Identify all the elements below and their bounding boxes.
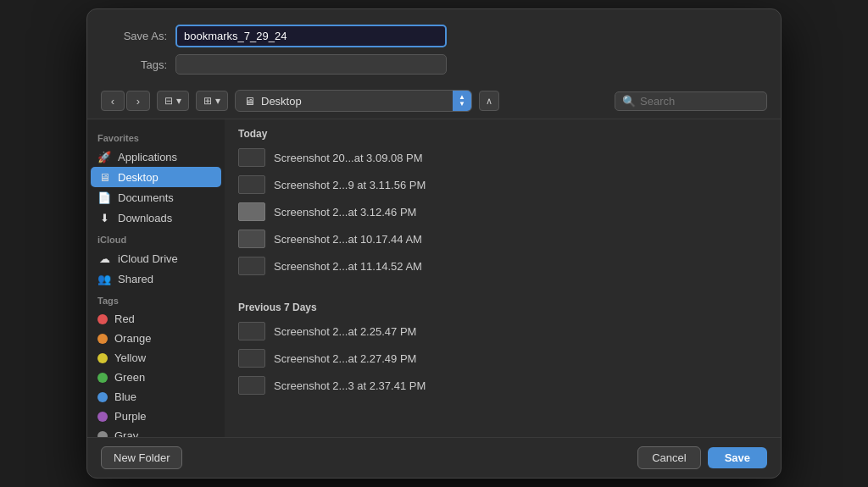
save-as-row: Save As: xyxy=(108,25,760,47)
sidebar-item-applications-label: Applications xyxy=(118,151,177,163)
sidebar-item-tag-red[interactable]: Red xyxy=(91,309,221,329)
list-item[interactable]: Screenshot 2...at 11.14.52 AM xyxy=(225,252,781,279)
green-tag-label: Green xyxy=(114,371,145,384)
red-tag-label: Red xyxy=(114,313,135,325)
location-down-arrow: ▼ xyxy=(459,101,465,108)
file-thumbnail xyxy=(238,322,265,340)
new-folder-button[interactable]: New Folder xyxy=(101,446,182,469)
search-icon: 🔍 xyxy=(622,95,636,108)
favorites-label: Favorites xyxy=(87,126,225,147)
save-button[interactable]: Save xyxy=(708,447,767,468)
search-input[interactable] xyxy=(640,95,760,108)
save-dialog: Save As: Tags: ‹ › ⊟ ▾ ⊞ ▾ 🖥 Desktop ▲ ▼ xyxy=(86,8,782,479)
sidebar-item-shared[interactable]: 👥 Shared xyxy=(91,268,221,289)
tags-label: Tags: xyxy=(108,58,167,71)
shared-icon: 👥 xyxy=(97,272,111,285)
bottom-bar: New Folder Cancel Save xyxy=(87,437,781,478)
red-tag-dot xyxy=(97,314,108,324)
file-thumbnail xyxy=(238,257,265,275)
list-item[interactable]: Screenshot 2...at 10.17.44 AM xyxy=(225,225,781,252)
sidebar-item-tag-green[interactable]: Green xyxy=(91,368,221,387)
toolbar: ‹ › ⊟ ▾ ⊞ ▾ 🖥 Desktop ▲ ▼ ∧ 🔍 xyxy=(87,83,781,119)
icloud-drive-icon: ☁ xyxy=(97,252,111,265)
back-button[interactable]: ‹ xyxy=(101,91,125,111)
sidebar-item-documents[interactable]: 📄 Documents xyxy=(91,187,221,208)
purple-tag-dot xyxy=(97,412,108,422)
nav-buttons: ‹ › xyxy=(101,91,150,111)
file-name: Screenshot 2...at 2.27.49 PM xyxy=(274,352,416,365)
list-item[interactable]: Screenshot 20...at 3.09.08 PM xyxy=(225,144,781,171)
file-name: Screenshot 2...at 10.17.44 AM xyxy=(274,233,422,246)
column-view-icon: ⊟ xyxy=(164,95,173,107)
list-item[interactable]: Screenshot 2...9 at 3.11.56 PM xyxy=(225,171,781,198)
search-box[interactable]: 🔍 xyxy=(615,91,767,111)
location-picker[interactable]: 🖥 Desktop ▲ ▼ xyxy=(235,90,472,112)
sidebar-item-tag-yellow[interactable]: Yellow xyxy=(91,348,221,368)
file-name: Screenshot 2...at 11.14.52 AM xyxy=(274,260,422,273)
applications-icon: 🚀 xyxy=(97,150,111,163)
forward-button[interactable]: › xyxy=(126,91,150,111)
file-thumbnail xyxy=(238,148,265,167)
blue-tag-label: Blue xyxy=(114,390,136,403)
yellow-tag-label: Yellow xyxy=(114,351,146,364)
yellow-tag-dot xyxy=(97,353,108,363)
file-thumbnail xyxy=(238,175,265,194)
desktop-icon: 🖥 xyxy=(97,170,111,184)
blue-tag-dot xyxy=(97,392,108,402)
main-area: Favorites 🚀 Applications 🖥 Desktop 📄 Doc… xyxy=(87,119,781,437)
file-name: Screenshot 2...at 3.12.46 PM xyxy=(274,206,416,219)
location-arrows[interactable]: ▲ ▼ xyxy=(453,91,471,111)
grid-view-dropdown-icon: ▾ xyxy=(215,95,220,107)
sidebar-item-desktop[interactable]: 🖥 Desktop xyxy=(91,167,221,187)
tags-row: Tags: xyxy=(108,54,760,75)
sidebar-item-desktop-label: Desktop xyxy=(118,171,159,184)
location-label: Desktop xyxy=(258,95,453,108)
gray-tag-label: Gray xyxy=(114,429,138,437)
today-header: Today xyxy=(225,119,781,144)
sidebar-item-tag-blue[interactable]: Blue xyxy=(91,387,221,407)
column-view-button[interactable]: ⊟ ▾ xyxy=(157,91,189,111)
grid-view-button[interactable]: ⊞ ▾ xyxy=(196,91,228,111)
sidebar-item-downloads-label: Downloads xyxy=(118,212,172,224)
green-tag-dot xyxy=(97,373,108,383)
sidebar-item-tag-purple[interactable]: Purple xyxy=(91,407,221,426)
cancel-button[interactable]: Cancel xyxy=(637,446,700,469)
save-as-input[interactable] xyxy=(175,25,447,47)
orange-tag-label: Orange xyxy=(114,332,151,345)
sidebar: Favorites 🚀 Applications 🖥 Desktop 📄 Doc… xyxy=(87,119,225,437)
sidebar-item-downloads[interactable]: ⬇ Downloads xyxy=(91,208,221,228)
purple-tag-label: Purple xyxy=(114,410,147,423)
save-as-label: Save As: xyxy=(108,30,167,42)
tags-input[interactable] xyxy=(175,54,447,75)
documents-icon: 📄 xyxy=(97,191,111,204)
sidebar-item-icloud-drive-label: iCloud Drive xyxy=(118,252,178,265)
tags-section-label: Tags xyxy=(87,289,225,309)
file-thumbnail xyxy=(238,376,265,395)
file-name: Screenshot 2...at 2.25.47 PM xyxy=(274,325,416,338)
file-name: Screenshot 2...3 at 2.37.41 PM xyxy=(274,379,426,392)
top-form: Save As: Tags: xyxy=(87,9,781,83)
grid-view-icon: ⊞ xyxy=(203,95,212,107)
file-thumbnail xyxy=(238,349,265,368)
file-name: Screenshot 20...at 3.09.08 PM xyxy=(274,152,423,164)
icloud-label: iCloud xyxy=(87,228,225,248)
sidebar-item-tag-gray[interactable]: Gray xyxy=(91,426,221,437)
location-icon: 🖥 xyxy=(241,92,258,109)
list-item[interactable]: Screenshot 2...at 2.25.47 PM xyxy=(225,318,781,345)
file-name: Screenshot 2...9 at 3.11.56 PM xyxy=(274,179,426,191)
file-thumbnail xyxy=(238,230,265,248)
file-list: Today Screenshot 20...at 3.09.08 PM Scre… xyxy=(225,119,781,437)
file-thumbnail xyxy=(238,202,265,221)
expand-button[interactable]: ∧ xyxy=(479,91,499,111)
list-item[interactable]: Screenshot 2...at 2.27.49 PM xyxy=(225,345,781,372)
previous-7-days-header: Previous 7 Days xyxy=(225,293,781,318)
orange-tag-dot xyxy=(97,334,108,344)
sidebar-item-tag-orange[interactable]: Orange xyxy=(91,329,221,348)
sidebar-item-icloud-drive[interactable]: ☁ iCloud Drive xyxy=(91,248,221,268)
sidebar-item-applications[interactable]: 🚀 Applications xyxy=(91,147,221,167)
gray-tag-dot xyxy=(97,431,108,438)
list-item[interactable]: Screenshot 2...3 at 2.37.41 PM xyxy=(225,372,781,399)
list-item[interactable]: Screenshot 2...at 3.12.46 PM xyxy=(225,198,781,225)
sidebar-item-documents-label: Documents xyxy=(118,191,174,204)
sidebar-item-shared-label: Shared xyxy=(118,273,153,285)
